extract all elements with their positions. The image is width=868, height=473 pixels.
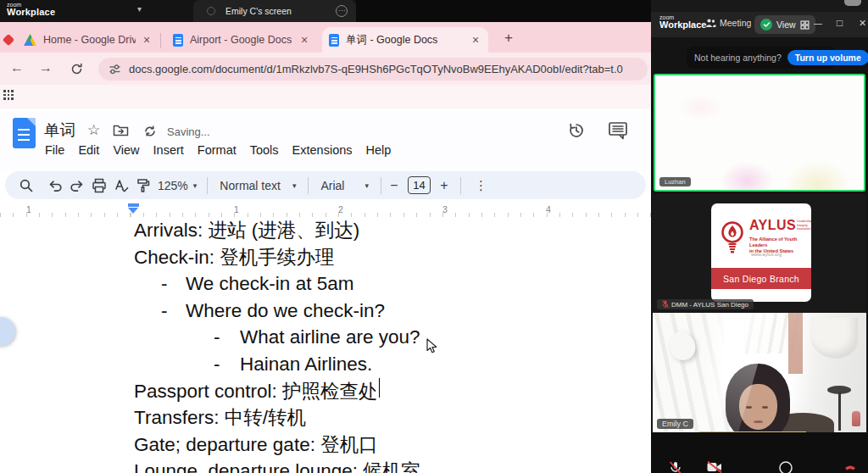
zoom-workplace-logo: zoom Workplace	[7, 2, 55, 17]
url-text: docs.google.com/document/d/1mRkzlvb7S-qE…	[129, 63, 623, 75]
mouse-cursor	[426, 338, 440, 355]
font-size-field[interactable]: 14	[408, 176, 431, 194]
browser-accent-icon	[3, 34, 14, 46]
video-tile-aylus[interactable]: AYLUS Leadership Integrity Innovation Th…	[653, 194, 866, 312]
aylus-bulb-icon	[719, 220, 746, 254]
chevron-down-icon	[364, 181, 369, 190]
bookmarks-bar	[0, 85, 651, 109]
menu-format[interactable]: Format	[191, 141, 243, 159]
print-icon[interactable]	[88, 175, 110, 197]
document-canvas[interactable]: Arrivals: 进站 (进港、到达) Check-in: 登机手续办理 -W…	[134, 217, 643, 473]
tab-google-drive[interactable]: Home - Google Drive	[17, 27, 159, 53]
chevron-down-icon	[193, 181, 198, 190]
view-button[interactable]: View	[754, 15, 815, 34]
aylus-branch-banner: San Diego Branch	[711, 268, 811, 289]
site-info-icon[interactable]	[108, 63, 121, 75]
reload-button[interactable]	[70, 62, 84, 76]
version-history-icon[interactable]	[566, 120, 587, 141]
close-tab-icon[interactable]	[141, 33, 153, 47]
move-folder-icon[interactable]	[113, 124, 130, 137]
menu-tools[interactable]: Tools	[243, 141, 286, 159]
document-title[interactable]: 单词	[44, 120, 75, 141]
indent-marker[interactable]	[128, 203, 139, 214]
shared-screen-tab[interactable]: Emily C's screen	[193, 0, 356, 22]
more-options-icon[interactable]	[475, 178, 487, 193]
doc-line: Gate; departure gate: 登机口	[134, 431, 643, 459]
close-button[interactable]	[859, 17, 866, 29]
menu-file[interactable]: File	[38, 141, 71, 159]
menu-edit[interactable]: Edit	[71, 141, 106, 159]
meeting-menu-button[interactable]: Meeting	[705, 18, 758, 28]
side-widget-button[interactable]	[0, 317, 15, 346]
chevron-down-icon[interactable]	[137, 4, 142, 14]
stop-video-button[interactable]	[706, 460, 723, 473]
mic-muted-icon	[662, 300, 669, 309]
spellcheck-icon[interactable]	[110, 175, 132, 197]
meeting-controls-bar	[651, 432, 868, 473]
zoom-workplace-logo: zoom Workplace	[659, 14, 706, 30]
redo-icon[interactable]	[66, 175, 88, 197]
audio-toast: Not hearing anything? Turn up volume	[687, 47, 836, 69]
turn-up-volume-button[interactable]: Turn up volume	[787, 50, 868, 65]
chevron-down-icon	[292, 181, 297, 190]
grid-view-icon	[800, 20, 810, 30]
close-tab-icon[interactable]	[298, 33, 310, 47]
search-menus-icon[interactable]	[15, 175, 37, 197]
menu-insert[interactable]: Insert	[147, 141, 191, 159]
tab-separator	[160, 33, 161, 48]
zoom-workplace-window: zoom Workplace Emily C's screen Home - G…	[0, 0, 868, 473]
panel-drag-handle	[844, 0, 861, 6]
zoom-titlebar: zoom Workplace Meeting View	[651, 12, 868, 37]
apps-grid-icon[interactable]	[3, 90, 14, 100]
shared-screen-tab-label: Emily C's screen	[225, 6, 336, 16]
paint-format-icon[interactable]	[132, 175, 154, 197]
close-tab-icon[interactable]	[470, 33, 481, 47]
decrease-font-size-button[interactable]: −	[387, 178, 402, 193]
tab-options-icon[interactable]	[336, 5, 348, 17]
doc-line: -Hainan Airlines.	[134, 351, 643, 378]
docs-header: 单词 Saving... File Edit View Insert Forma…	[0, 109, 651, 171]
leave-button[interactable]	[843, 460, 858, 473]
menu-extensions[interactable]: Extensions	[286, 141, 359, 159]
google-docs-logo[interactable]	[13, 118, 36, 148]
aylus-logo-card: AYLUS Leadership Integrity Innovation Th…	[711, 203, 811, 302]
forward-button[interactable]	[39, 60, 53, 75]
video-tile-active-speaker[interactable]: Luzhan	[654, 74, 865, 192]
video-tile-emily[interactable]: Emily C	[653, 313, 866, 432]
undo-icon[interactable]	[44, 175, 66, 197]
doc-line: -What airline are you?	[134, 324, 643, 351]
doc-line: Passport control: 护照检查处	[134, 378, 643, 405]
participant-nametag: DMM - AYLUS San Diego	[657, 299, 754, 309]
browser-toolbar: docs.google.com/document/d/1mRkzlvb7S-qE…	[0, 53, 651, 85]
google-drive-icon	[24, 34, 36, 46]
tab-airport-doc[interactable]: Airport - Google Docs	[166, 27, 317, 53]
browser-tab-strip: Home - Google Drive Airport - Google Doc…	[0, 22, 651, 53]
security-shield-icon	[760, 19, 772, 31]
doc-line: -Where do we check-in?	[134, 298, 643, 325]
minimize-button[interactable]	[814, 17, 822, 29]
maximize-button[interactable]	[837, 17, 843, 29]
docs-toolbar: 125% Normal text Arial − 14 +	[5, 171, 646, 199]
share-tabbar-spacer	[356, 0, 651, 22]
address-bar[interactable]: docs.google.com/document/d/1mRkzlvb7S-qE…	[98, 58, 648, 81]
new-tab-button[interactable]	[500, 30, 517, 47]
google-docs-icon	[173, 34, 183, 47]
paragraph-style-control[interactable]: Normal text	[213, 179, 303, 192]
back-button[interactable]	[10, 60, 24, 75]
tab-danci-doc-active[interactable]: 单词 - Google Docs	[322, 27, 488, 53]
comments-icon[interactable]	[607, 120, 629, 141]
doc-line: Transfers: 中转/转机	[134, 404, 643, 431]
reactions-button[interactable]	[778, 460, 793, 473]
zoom-meeting-panel: zoom Workplace Meeting View Not hearing …	[651, 0, 868, 473]
mute-button[interactable]	[668, 460, 683, 473]
menu-help[interactable]: Help	[359, 141, 398, 159]
font-family-control[interactable]: Arial	[314, 179, 376, 192]
star-icon[interactable]	[87, 121, 100, 139]
increase-font-size-button[interactable]: +	[437, 178, 452, 193]
doc-line: Check-in: 登机手续办理	[134, 244, 643, 271]
zoom-control[interactable]: 125%	[158, 179, 197, 192]
panel-top-strip	[651, 0, 868, 12]
menu-view[interactable]: View	[106, 141, 146, 159]
doc-line: Arrivals: 进站 (进港、到达)	[134, 217, 643, 244]
docs-menubar: File Edit View Insert Format Tools Exten…	[38, 141, 398, 159]
